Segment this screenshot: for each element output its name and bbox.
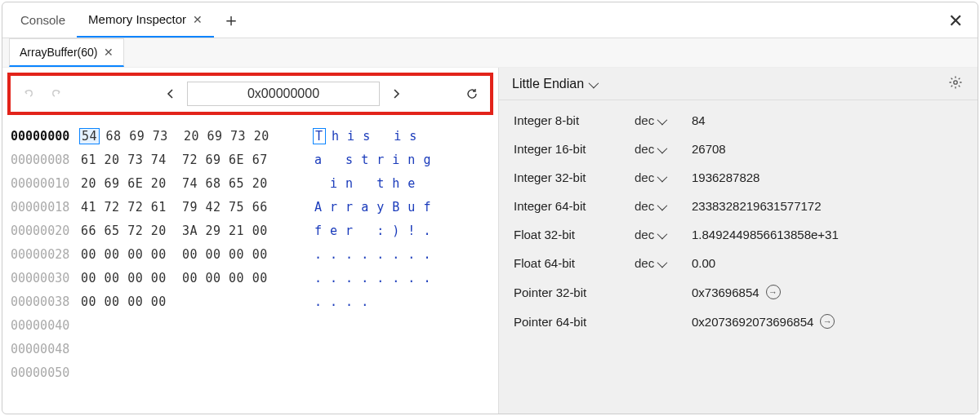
address-input[interactable]: [187, 82, 380, 106]
buffer-tab[interactable]: ArrayBuffer(60) ✕: [9, 38, 124, 67]
interpretation-label: Integer 32-bit: [514, 170, 635, 184]
format-select[interactable]: dec: [635, 199, 692, 213]
selected-byte[interactable]: 54: [79, 128, 100, 144]
memory-inspector-panel: Console Memory Inspector ✕ ＋ ✕ ArrayBuff…: [2, 2, 978, 414]
hex-row: 0000003000 00 00 00 00 00 00 00. . . . .…: [11, 267, 490, 290]
hex-bytes[interactable]: 41 72 72 61 79 42 75 66: [81, 196, 314, 219]
hex-bytes[interactable]: 54 68 69 73 20 69 73 20: [81, 125, 314, 148]
format-label: dec: [635, 170, 654, 184]
format-label: dec: [635, 113, 654, 127]
hex-ascii[interactable]: a s t r i n g: [314, 148, 431, 172]
interpretation-row: Pointer 64-bit0x2073692073696854→: [514, 314, 963, 329]
hex-row: 00000040: [11, 314, 490, 338]
close-panel-icon[interactable]: ✕: [948, 11, 963, 32]
hex-bytes[interactable]: 00 00 00 00: [81, 290, 314, 314]
undo-button[interactable]: [17, 82, 40, 105]
chevron-down-icon: [657, 142, 665, 156]
tab-memory-inspector[interactable]: Memory Inspector ✕: [77, 2, 214, 38]
hex-bytes[interactable]: 00 00 00 00 00 00 00 00: [81, 243, 314, 267]
hex-ascii[interactable]: . . . . . . . .: [314, 267, 431, 290]
interpretation-value: 84: [692, 113, 706, 127]
interpretation-label: Integer 64-bit: [514, 199, 635, 213]
close-tab-icon[interactable]: ✕: [193, 13, 203, 26]
redo-button[interactable]: [45, 82, 68, 105]
hex-ascii[interactable]: i n t h e: [314, 172, 431, 196]
chevron-down-icon: [657, 256, 665, 270]
endianness-label: Little Endian: [512, 77, 584, 91]
hex-address[interactable]: 00000018: [11, 196, 81, 219]
undo-icon: [22, 87, 35, 100]
endianness-select[interactable]: Little Endian: [512, 77, 596, 91]
hex-address[interactable]: 00000010: [11, 172, 81, 196]
chevron-down-icon: [657, 170, 665, 184]
gear-icon: [948, 75, 963, 90]
hex-row: 00000050: [11, 361, 490, 385]
hex-row: 0000001020 69 6E 20 74 68 65 20 i n t h …: [11, 172, 490, 196]
prev-page-button[interactable]: [159, 82, 182, 105]
tool-tabbar: Console Memory Inspector ✕ ＋ ✕: [2, 2, 978, 38]
interpretation-row: Integer 16-bitdec26708: [514, 142, 963, 156]
hex-bytes[interactable]: 20 69 6E 20 74 68 65 20: [81, 172, 314, 196]
hex-address[interactable]: 00000000: [11, 125, 81, 148]
hex-address[interactable]: 00000030: [11, 267, 81, 290]
hex-row: 0000002800 00 00 00 00 00 00 00. . . . .…: [11, 243, 490, 267]
hex-bytes[interactable]: [81, 314, 314, 338]
interpretation-row: Pointer 32-bit0x73696854→: [514, 285, 963, 299]
close-buffer-tab-icon[interactable]: ✕: [104, 46, 114, 59]
interpretation-row: Float 64-bitdec0.00: [514, 256, 963, 270]
format-select[interactable]: dec: [635, 113, 692, 127]
hex-ascii[interactable]: A r r a y B u f: [314, 196, 431, 219]
hex-address[interactable]: 00000028: [11, 243, 81, 267]
chevron-right-icon: [391, 88, 401, 100]
hex-ascii[interactable]: T h i s i s: [314, 125, 433, 148]
hex-row: 0000000054 68 69 73 20 69 73 20T h i s i…: [11, 125, 490, 148]
value-interpreter: Little Endian Integer 8-bitdec84Integer …: [499, 68, 978, 414]
hex-address[interactable]: 00000050: [11, 361, 81, 385]
hex-bytes[interactable]: 66 65 72 20 3A 29 21 00: [81, 219, 314, 243]
hex-bytes[interactable]: 61 20 73 74 72 69 6E 67: [81, 148, 314, 172]
hex-address[interactable]: 00000040: [11, 314, 81, 338]
chevron-down-icon: [657, 228, 665, 241]
hex-address[interactable]: 00000020: [11, 219, 81, 243]
jump-to-address-button[interactable]: →: [820, 314, 835, 329]
settings-button[interactable]: [948, 75, 964, 92]
hex-viewer: 0000000054 68 69 73 20 69 73 20T h i s i…: [2, 68, 499, 414]
format-label: dec: [635, 199, 654, 213]
hex-ascii[interactable]: . . . . . . . .: [314, 243, 431, 267]
tab-console[interactable]: Console: [9, 2, 77, 38]
interpretation-value: 1936287828: [692, 170, 760, 184]
hex-address[interactable]: 00000038: [11, 290, 81, 314]
hex-bytes[interactable]: 00 00 00 00 00 00 00 00: [81, 267, 314, 290]
new-tab-button[interactable]: ＋: [214, 8, 248, 33]
interpretation-value: 1.8492449856613858e+31: [692, 228, 839, 241]
selected-ascii[interactable]: T: [313, 128, 326, 144]
format-select[interactable]: dec: [635, 228, 692, 241]
interpretation-row: Integer 32-bitdec1936287828: [514, 170, 963, 184]
hex-row: 0000000861 20 73 74 72 69 6E 67a s t r i…: [11, 148, 490, 172]
interpretation-label: Float 32-bit: [514, 228, 635, 241]
hex-address[interactable]: 00000048: [11, 338, 81, 361]
hex-address[interactable]: 00000008: [11, 148, 81, 172]
next-page-button[interactable]: [385, 82, 408, 105]
hex-row: 0000001841 72 72 61 79 42 75 66A r r a y…: [11, 196, 490, 219]
format-select[interactable]: dec: [635, 142, 692, 156]
format-select[interactable]: dec: [635, 256, 692, 270]
hex-ascii[interactable]: f e r : ) ! .: [314, 219, 431, 243]
interpretation-value: 0x73696854→: [692, 285, 781, 299]
tab-memory-label: Memory Inspector: [88, 12, 186, 26]
address-navbar: [7, 73, 493, 115]
hex-bytes[interactable]: [81, 361, 314, 385]
refresh-button[interactable]: [461, 82, 483, 105]
interpretation-label: Integer 8-bit: [514, 113, 635, 127]
chevron-down-icon: [589, 77, 596, 91]
interpretation-value: 26708: [692, 142, 726, 156]
interpretation-value: 2338328219631577172: [692, 199, 822, 213]
format-select[interactable]: dec: [635, 170, 692, 184]
interpreter-header: Little Endian: [499, 68, 978, 100]
interpretation-row: Integer 8-bitdec84: [514, 113, 963, 127]
hex-ascii[interactable]: . . . .: [314, 290, 369, 314]
chevron-down-icon: [657, 199, 665, 213]
hex-bytes[interactable]: [81, 338, 314, 361]
jump-to-address-button[interactable]: →: [766, 285, 781, 299]
refresh-icon: [466, 87, 479, 100]
